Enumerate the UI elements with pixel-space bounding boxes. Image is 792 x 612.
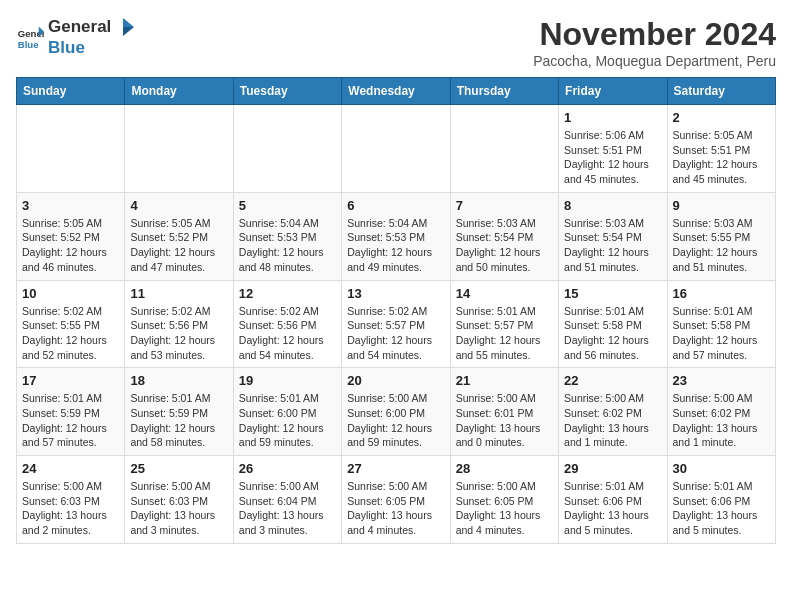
day-number: 24 — [22, 461, 119, 476]
calendar-header-monday: Monday — [125, 78, 233, 105]
calendar-header-saturday: Saturday — [667, 78, 775, 105]
calendar-day-30: 30Sunrise: 5:01 AM Sunset: 6:06 PM Dayli… — [667, 456, 775, 544]
calendar-day-27: 27Sunrise: 5:00 AM Sunset: 6:05 PM Dayli… — [342, 456, 450, 544]
day-number: 12 — [239, 286, 336, 301]
svg-text:Blue: Blue — [18, 39, 39, 50]
title-block: November 2024 Pacocha, Moquegua Departme… — [533, 16, 776, 69]
calendar-week-row: 3Sunrise: 5:05 AM Sunset: 5:52 PM Daylig… — [17, 192, 776, 280]
calendar-header-friday: Friday — [559, 78, 667, 105]
calendar-day-11: 11Sunrise: 5:02 AM Sunset: 5:56 PM Dayli… — [125, 280, 233, 368]
day-number: 16 — [673, 286, 770, 301]
day-info: Sunrise: 5:01 AM Sunset: 5:59 PM Dayligh… — [22, 391, 119, 450]
calendar-day-10: 10Sunrise: 5:02 AM Sunset: 5:55 PM Dayli… — [17, 280, 125, 368]
day-info: Sunrise: 5:00 AM Sunset: 6:01 PM Dayligh… — [456, 391, 553, 450]
day-number: 3 — [22, 198, 119, 213]
calendar-empty-cell — [17, 105, 125, 193]
calendar-day-22: 22Sunrise: 5:00 AM Sunset: 6:02 PM Dayli… — [559, 368, 667, 456]
svg-marker-4 — [123, 27, 134, 36]
calendar-day-4: 4Sunrise: 5:05 AM Sunset: 5:52 PM Daylig… — [125, 192, 233, 280]
day-number: 1 — [564, 110, 661, 125]
day-number: 13 — [347, 286, 444, 301]
day-info: Sunrise: 5:01 AM Sunset: 5:59 PM Dayligh… — [130, 391, 227, 450]
calendar-header-tuesday: Tuesday — [233, 78, 341, 105]
day-number: 5 — [239, 198, 336, 213]
month-title: November 2024 — [533, 16, 776, 53]
day-number: 20 — [347, 373, 444, 388]
day-number: 25 — [130, 461, 227, 476]
calendar-day-29: 29Sunrise: 5:01 AM Sunset: 6:06 PM Dayli… — [559, 456, 667, 544]
calendar-week-row: 24Sunrise: 5:00 AM Sunset: 6:03 PM Dayli… — [17, 456, 776, 544]
day-info: Sunrise: 5:01 AM Sunset: 6:06 PM Dayligh… — [673, 479, 770, 538]
day-info: Sunrise: 5:03 AM Sunset: 5:55 PM Dayligh… — [673, 216, 770, 275]
day-info: Sunrise: 5:02 AM Sunset: 5:57 PM Dayligh… — [347, 304, 444, 363]
day-number: 26 — [239, 461, 336, 476]
logo-general: General — [48, 17, 111, 37]
calendar-day-25: 25Sunrise: 5:00 AM Sunset: 6:03 PM Dayli… — [125, 456, 233, 544]
day-info: Sunrise: 5:00 AM Sunset: 6:03 PM Dayligh… — [130, 479, 227, 538]
day-number: 4 — [130, 198, 227, 213]
day-number: 18 — [130, 373, 227, 388]
day-info: Sunrise: 5:03 AM Sunset: 5:54 PM Dayligh… — [564, 216, 661, 275]
day-info: Sunrise: 5:00 AM Sunset: 6:02 PM Dayligh… — [673, 391, 770, 450]
day-info: Sunrise: 5:00 AM Sunset: 6:04 PM Dayligh… — [239, 479, 336, 538]
calendar-day-9: 9Sunrise: 5:03 AM Sunset: 5:55 PM Daylig… — [667, 192, 775, 280]
day-number: 30 — [673, 461, 770, 476]
day-info: Sunrise: 5:05 AM Sunset: 5:51 PM Dayligh… — [673, 128, 770, 187]
day-info: Sunrise: 5:02 AM Sunset: 5:55 PM Dayligh… — [22, 304, 119, 363]
calendar-day-13: 13Sunrise: 5:02 AM Sunset: 5:57 PM Dayli… — [342, 280, 450, 368]
day-info: Sunrise: 5:01 AM Sunset: 5:57 PM Dayligh… — [456, 304, 553, 363]
calendar-empty-cell — [450, 105, 558, 193]
day-number: 8 — [564, 198, 661, 213]
day-info: Sunrise: 5:04 AM Sunset: 5:53 PM Dayligh… — [347, 216, 444, 275]
calendar-empty-cell — [125, 105, 233, 193]
calendar-header-sunday: Sunday — [17, 78, 125, 105]
day-info: Sunrise: 5:03 AM Sunset: 5:54 PM Dayligh… — [456, 216, 553, 275]
day-info: Sunrise: 5:05 AM Sunset: 5:52 PM Dayligh… — [130, 216, 227, 275]
day-number: 2 — [673, 110, 770, 125]
location-subtitle: Pacocha, Moquegua Department, Peru — [533, 53, 776, 69]
day-info: Sunrise: 5:01 AM Sunset: 5:58 PM Dayligh… — [564, 304, 661, 363]
calendar-day-28: 28Sunrise: 5:00 AM Sunset: 6:05 PM Dayli… — [450, 456, 558, 544]
day-number: 19 — [239, 373, 336, 388]
day-number: 17 — [22, 373, 119, 388]
calendar-day-1: 1Sunrise: 5:06 AM Sunset: 5:51 PM Daylig… — [559, 105, 667, 193]
calendar-empty-cell — [342, 105, 450, 193]
day-info: Sunrise: 5:00 AM Sunset: 6:05 PM Dayligh… — [456, 479, 553, 538]
day-number: 29 — [564, 461, 661, 476]
day-number: 28 — [456, 461, 553, 476]
day-number: 27 — [347, 461, 444, 476]
calendar-day-21: 21Sunrise: 5:00 AM Sunset: 6:01 PM Dayli… — [450, 368, 558, 456]
calendar-day-8: 8Sunrise: 5:03 AM Sunset: 5:54 PM Daylig… — [559, 192, 667, 280]
day-number: 7 — [456, 198, 553, 213]
logo-icon: General Blue — [16, 23, 44, 51]
day-number: 21 — [456, 373, 553, 388]
day-info: Sunrise: 5:02 AM Sunset: 5:56 PM Dayligh… — [239, 304, 336, 363]
svg-marker-3 — [123, 18, 134, 27]
calendar-header-wednesday: Wednesday — [342, 78, 450, 105]
day-info: Sunrise: 5:00 AM Sunset: 6:03 PM Dayligh… — [22, 479, 119, 538]
calendar-header-thursday: Thursday — [450, 78, 558, 105]
day-number: 22 — [564, 373, 661, 388]
day-info: Sunrise: 5:01 AM Sunset: 6:06 PM Dayligh… — [564, 479, 661, 538]
calendar-header-row: SundayMondayTuesdayWednesdayThursdayFrid… — [17, 78, 776, 105]
logo-bird-icon — [112, 16, 134, 38]
calendar-week-row: 1Sunrise: 5:06 AM Sunset: 5:51 PM Daylig… — [17, 105, 776, 193]
day-number: 9 — [673, 198, 770, 213]
calendar-day-18: 18Sunrise: 5:01 AM Sunset: 5:59 PM Dayli… — [125, 368, 233, 456]
calendar-day-24: 24Sunrise: 5:00 AM Sunset: 6:03 PM Dayli… — [17, 456, 125, 544]
day-info: Sunrise: 5:00 AM Sunset: 6:05 PM Dayligh… — [347, 479, 444, 538]
day-info: Sunrise: 5:05 AM Sunset: 5:52 PM Dayligh… — [22, 216, 119, 275]
calendar-day-2: 2Sunrise: 5:05 AM Sunset: 5:51 PM Daylig… — [667, 105, 775, 193]
calendar-day-6: 6Sunrise: 5:04 AM Sunset: 5:53 PM Daylig… — [342, 192, 450, 280]
calendar-day-7: 7Sunrise: 5:03 AM Sunset: 5:54 PM Daylig… — [450, 192, 558, 280]
calendar-day-17: 17Sunrise: 5:01 AM Sunset: 5:59 PM Dayli… — [17, 368, 125, 456]
day-info: Sunrise: 5:02 AM Sunset: 5:56 PM Dayligh… — [130, 304, 227, 363]
day-info: Sunrise: 5:00 AM Sunset: 6:00 PM Dayligh… — [347, 391, 444, 450]
calendar-empty-cell — [233, 105, 341, 193]
day-number: 6 — [347, 198, 444, 213]
day-number: 23 — [673, 373, 770, 388]
calendar-day-12: 12Sunrise: 5:02 AM Sunset: 5:56 PM Dayli… — [233, 280, 341, 368]
calendar-week-row: 17Sunrise: 5:01 AM Sunset: 5:59 PM Dayli… — [17, 368, 776, 456]
day-info: Sunrise: 5:04 AM Sunset: 5:53 PM Dayligh… — [239, 216, 336, 275]
calendar-week-row: 10Sunrise: 5:02 AM Sunset: 5:55 PM Dayli… — [17, 280, 776, 368]
